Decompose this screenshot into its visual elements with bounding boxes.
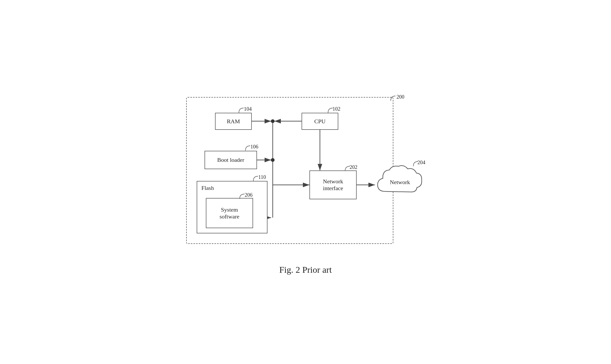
ref-202-label: 202 [350, 164, 357, 170]
ref-102-label: 102 [333, 106, 340, 112]
flash-label: Flash [201, 185, 214, 191]
netif-label: Network interface [323, 178, 343, 192]
ram-box: RAM [215, 113, 252, 130]
bootloader-label: Boot loader [217, 157, 244, 163]
syssoft-box: System software [206, 198, 253, 228]
ref-106-label: 106 [250, 144, 258, 150]
ref-110-label: 110 [258, 174, 266, 180]
ref-104-label: 104 [244, 106, 252, 112]
fig-caption: Fig. 2 Prior art [279, 265, 332, 275]
junction-dot-ram [271, 119, 275, 123]
ref-206-label: 206 [245, 192, 253, 198]
cpu-label: CPU [314, 118, 326, 125]
cpu-box: CPU [302, 113, 338, 130]
bootloader-box: Boot loader [205, 151, 257, 169]
junction-dot-bootloader [271, 158, 275, 162]
syssoft-label: System software [219, 206, 239, 220]
ref-200-label: 200 [396, 94, 404, 100]
ref-204-label: 204 [417, 159, 425, 165]
netif-box: Network interface [309, 170, 357, 199]
ram-label: RAM [227, 118, 240, 125]
network-cloud-label: Network [390, 179, 410, 186]
diagram-area: 200 [181, 89, 430, 252]
page-container: 200 [174, 89, 437, 275]
cloud-container: Network [375, 163, 425, 202]
